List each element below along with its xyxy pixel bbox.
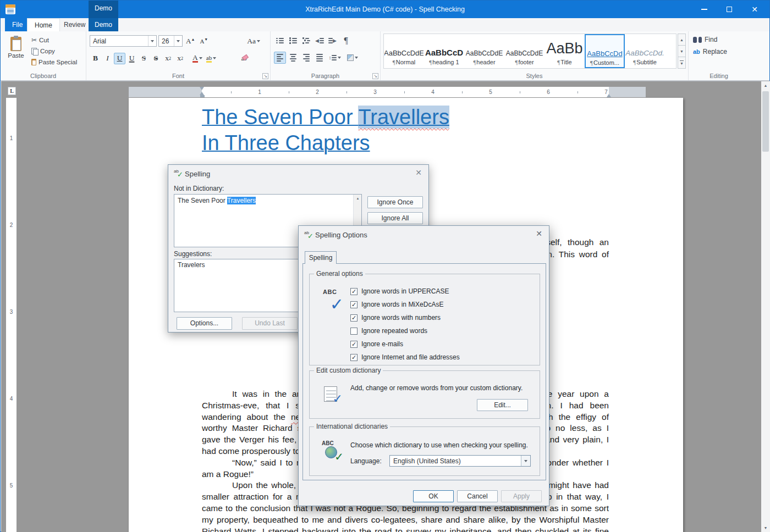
decrease-indent-button[interactable]: ◀ (314, 35, 326, 47)
copy-button[interactable]: Copy (29, 46, 79, 57)
change-case-button[interactable]: Aa (245, 35, 262, 47)
find-button[interactable]: Find (689, 34, 749, 46)
options-close-icon[interactable]: ✕ (535, 230, 543, 239)
option-row[interactable]: ✓Ignore words with numbers (350, 311, 460, 324)
checkbox-checked[interactable]: ✓ (350, 341, 358, 348)
underline-button[interactable]: U (114, 53, 125, 64)
gallery-dropdown-button[interactable]: ▼ (678, 57, 686, 69)
vertical-ruler[interactable]: 12345 (6, 98, 16, 532)
paragraph-dialog-launcher[interactable]: ↘ (372, 73, 378, 79)
style-item-title[interactable]: AaBb¶Title (544, 34, 585, 68)
numbered-list-icon (289, 38, 297, 43)
tab-home[interactable]: Home (27, 18, 60, 31)
ignore-once-button[interactable]: Ignore Once (367, 196, 423, 208)
option-row[interactable]: ✓Ignore e-mails (350, 337, 460, 351)
font-dialog-launcher[interactable]: ↘ (262, 73, 268, 79)
checkbox-checked[interactable]: ✓ (350, 354, 358, 361)
cancel-button[interactable]: Cancel (457, 490, 498, 502)
shading-button[interactable] (344, 52, 361, 64)
text-line[interactable]: Richard Watts, I stepped backward into t… (202, 526, 609, 532)
ignore-all-button[interactable]: Ignore All (367, 212, 423, 224)
checkbox-checked[interactable]: ✓ (350, 301, 358, 308)
apply-button[interactable]: Apply (501, 490, 542, 502)
first-line-indent-marker[interactable] (200, 87, 204, 90)
options-dialog-titlebar[interactable]: Spelling Options ✕ (299, 226, 549, 242)
close-button[interactable]: ✕ (742, 1, 767, 18)
option-row[interactable]: ✓Ignore Internet and file addresses (350, 351, 460, 364)
align-right-button[interactable] (300, 52, 312, 64)
italic-button[interactable]: I (102, 53, 113, 64)
font-name-dropdown[interactable] (148, 36, 156, 46)
scrollbar-thumb[interactable] (762, 91, 769, 152)
tab-review[interactable]: Review (57, 18, 92, 31)
align-center-button[interactable] (287, 52, 299, 64)
maximize-button[interactable] (717, 1, 742, 18)
gallery-scroll-up-button[interactable]: ▲ (678, 34, 686, 46)
checkbox-checked[interactable]: ✓ (350, 288, 358, 295)
strikethrough-button[interactable]: S (138, 53, 150, 64)
tab-stop-selector[interactable]: L (8, 87, 16, 95)
options-button[interactable]: Options... (177, 317, 232, 330)
checkbox-unchecked[interactable] (350, 328, 358, 335)
option-row[interactable]: Ignore repeated words (350, 324, 460, 337)
horizontal-ruler[interactable]: 1234567 (129, 87, 646, 97)
increase-indent-button[interactable]: ▶ (327, 35, 339, 47)
language-label: Language: (350, 457, 382, 465)
style-item-normal[interactable]: AaBbCcDdE¶Normal (384, 34, 424, 68)
subscript-button[interactable]: x2 (174, 53, 186, 64)
ok-button[interactable]: OK (413, 490, 454, 502)
undo-last-button[interactable]: Undo Last (242, 317, 298, 330)
tab-file[interactable]: File (5, 18, 30, 31)
font-name-combo[interactable]: Arial (90, 35, 157, 47)
language-dropdown[interactable] (521, 456, 530, 466)
tab-spelling[interactable]: Spelling (305, 251, 337, 264)
style-preview: AaBbCcD (425, 48, 463, 57)
bullet-list-button[interactable] (274, 35, 286, 47)
scroll-up-icon[interactable]: ▲ (354, 195, 362, 202)
clear-formatting-button[interactable]: ab (238, 53, 250, 64)
replace-button[interactable]: abReplace (689, 46, 749, 58)
spelling-dialog-titlebar[interactable]: Spelling ✕ (168, 165, 428, 181)
edit-dictionary-button[interactable]: Edit... (477, 399, 528, 411)
shrink-font-button[interactable]: A▼ (198, 35, 210, 47)
double-underline-button[interactable]: U (126, 53, 138, 64)
language-combo[interactable]: English (United States) (389, 455, 531, 467)
tab-demo[interactable]: Demo (89, 18, 118, 31)
cut-button[interactable]: ✂Cut (29, 35, 79, 46)
line-spacing-button[interactable]: ↕ (327, 52, 343, 64)
scroll-up-icon[interactable]: ▲ (761, 81, 770, 90)
align-left-button[interactable] (274, 52, 286, 64)
superscript-button[interactable]: x2 (162, 53, 174, 64)
align-justify-button[interactable] (314, 52, 326, 64)
paste-button[interactable]: Paste (5, 35, 27, 69)
editing-group: Find abReplace Editing (689, 31, 749, 80)
gallery-scroll-down-button[interactable]: ▼ (678, 46, 686, 57)
scroll-down-icon[interactable]: ▼ (761, 524, 770, 532)
option-row[interactable]: ✓Ignore words in MiXeDcAsE (350, 298, 460, 311)
minimize-button[interactable] (691, 1, 717, 18)
style-item-heading-1[interactable]: AaBbCcD¶heading 1 (424, 34, 464, 68)
show-marks-button[interactable]: ¶ (340, 35, 352, 47)
multilevel-list-button[interactable] (300, 35, 312, 47)
document-heading[interactable]: The Seven Poor Travellers In Three Chapt… (202, 104, 642, 156)
numbered-list-button[interactable] (287, 35, 299, 47)
style-item-custom-[interactable]: AaBbCcDd¶Custom... (585, 34, 625, 68)
paste-special-button[interactable]: Paste Special (29, 57, 79, 68)
font-color-button[interactable]: A (191, 53, 204, 64)
text-line[interactable]: my property, bequeathed to me and divers… (202, 514, 609, 526)
double-strikethrough-button[interactable]: S (150, 53, 162, 64)
grow-font-button[interactable]: A▲ (184, 35, 196, 47)
style-item-subtitle[interactable]: AaBbCcDd.¶Subtitle (625, 34, 665, 68)
style-item-header[interactable]: AaBbCcDdE¶header (464, 34, 504, 68)
bold-button[interactable]: B (90, 53, 101, 64)
font-size-dropdown[interactable] (174, 36, 182, 46)
vertical-scrollbar[interactable]: ▲ ▼ (761, 81, 770, 532)
checkbox-checked[interactable]: ✓ (350, 314, 358, 322)
left-indent-marker[interactable] (200, 95, 205, 97)
style-item-footer[interactable]: AaBbCcDdE¶footer (504, 34, 544, 68)
highlight-color-button[interactable]: ab (205, 53, 218, 64)
spelling-close-icon[interactable]: ✕ (414, 169, 423, 178)
misspelled-selected-word[interactable]: Travellers (358, 106, 449, 129)
option-row[interactable]: ✓Ignore words in UPPERCASE (350, 285, 460, 298)
font-size-combo[interactable]: 26 (158, 35, 183, 47)
